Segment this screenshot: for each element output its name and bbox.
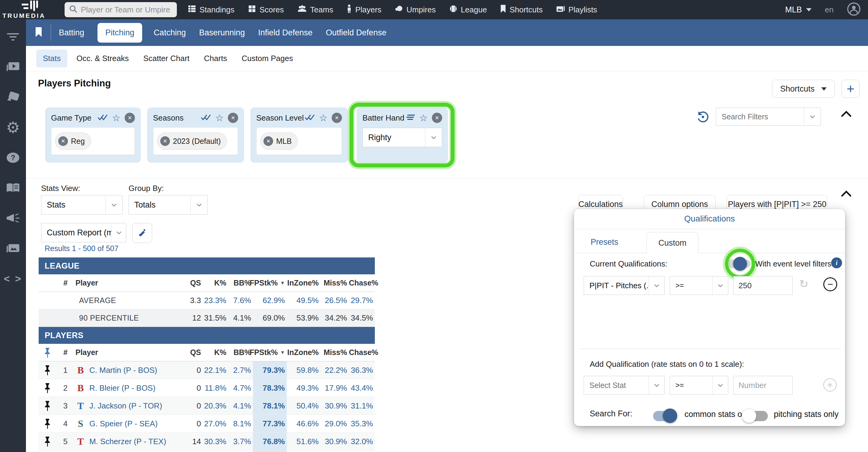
docs-book-icon[interactable] bbox=[0, 179, 26, 197]
remove-filter-icon[interactable]: ✕ bbox=[228, 113, 238, 123]
player-name-link[interactable]: J. Jackson (P - TOR) bbox=[89, 401, 162, 411]
rule-value-input[interactable] bbox=[734, 276, 793, 295]
add-operator-select[interactable]: >= bbox=[670, 376, 728, 395]
stat-value[interactable]: 23.3% bbox=[203, 296, 228, 305]
stat-value[interactable]: 32.0% bbox=[349, 437, 375, 446]
stat-value-sorted[interactable]: 77.3% bbox=[253, 415, 287, 432]
player-name-link[interactable]: R. Bleier (P - BOS) bbox=[89, 384, 155, 393]
rule-stat-select[interactable]: P|PIT - Pitches (... bbox=[584, 276, 664, 295]
add-stat-select[interactable]: Select Stat bbox=[584, 376, 664, 395]
nav-umpires[interactable]: Umpires bbox=[395, 4, 436, 15]
select-all-icon[interactable] bbox=[305, 114, 315, 122]
batter-hand-select[interactable]: Righty bbox=[363, 128, 442, 147]
col-miss[interactable]: Miss% bbox=[320, 348, 349, 357]
stat-value[interactable]: 46.6% bbox=[287, 419, 320, 428]
stat-value[interactable]: 4.1% bbox=[228, 401, 253, 411]
stat-value[interactable]: 4.7% bbox=[228, 384, 253, 393]
stat-value[interactable]: 50.4% bbox=[287, 401, 320, 411]
subtab-custom-pages[interactable]: Custom Pages bbox=[242, 54, 293, 63]
filter-funnel-icon[interactable] bbox=[0, 28, 26, 46]
options-lines-icon[interactable] bbox=[406, 114, 415, 122]
stat-value[interactable]: 2.7% bbox=[228, 366, 253, 375]
player-name-link[interactable]: M. Scherzer (P - TEX) bbox=[89, 437, 166, 446]
col-k[interactable]: K% bbox=[203, 279, 228, 287]
stat-value-sorted[interactable]: 76.8% bbox=[253, 433, 287, 450]
tab-outfield-defense[interactable]: Outfield Defense bbox=[326, 28, 386, 37]
settings-gear-icon[interactable]: ⚙ bbox=[0, 118, 26, 137]
stat-value[interactable]: 35.3% bbox=[349, 419, 375, 428]
tab-custom[interactable]: Custom bbox=[647, 232, 699, 254]
help-icon[interactable]: ? bbox=[0, 149, 26, 167]
code-icon[interactable]: < > bbox=[0, 270, 26, 288]
stat-value-sorted[interactable]: 78.3% bbox=[253, 379, 287, 397]
filter-history-icon[interactable] bbox=[696, 111, 709, 124]
remove-chip-icon[interactable]: ✕ bbox=[58, 136, 68, 146]
stat-value[interactable]: 26.5% bbox=[320, 296, 349, 305]
favorite-star-icon[interactable]: ☆ bbox=[112, 113, 120, 123]
pin-icon[interactable] bbox=[39, 383, 56, 393]
stat-value[interactable]: 20.3% bbox=[203, 401, 228, 411]
stat-value-sorted[interactable]: 78.1% bbox=[253, 397, 287, 415]
custom-report-select[interactable]: Custom Report (me) bbox=[41, 223, 126, 242]
col-player[interactable]: Player bbox=[71, 279, 178, 287]
stat-value[interactable]: 27.0% bbox=[203, 419, 228, 428]
remove-rule-icon[interactable]: − bbox=[823, 277, 837, 291]
add-rule-icon[interactable]: + bbox=[823, 378, 837, 392]
stat-value[interactable]: 22.2% bbox=[320, 366, 349, 375]
stat-value[interactable]: 31.1% bbox=[349, 401, 375, 411]
stat-value[interactable]: 59.8% bbox=[287, 366, 320, 375]
remove-chip-icon[interactable]: ✕ bbox=[264, 136, 273, 146]
col-qs[interactable]: QS bbox=[178, 348, 203, 357]
remove-filter-icon[interactable]: ✕ bbox=[432, 113, 442, 123]
col-inzone[interactable]: InZone% bbox=[287, 279, 320, 287]
col-bb[interactable]: BB% bbox=[228, 279, 253, 287]
device-icon[interactable] bbox=[0, 88, 26, 106]
stat-value[interactable]: 62.9% bbox=[253, 296, 287, 305]
favorite-star-icon[interactable]: ☆ bbox=[319, 113, 328, 123]
tab-batting[interactable]: Batting bbox=[59, 28, 84, 37]
tab-presets[interactable]: Presets bbox=[591, 237, 618, 247]
tab-baserunning[interactable]: Baserunning bbox=[199, 28, 245, 37]
col-bb[interactable]: BB% bbox=[228, 348, 253, 357]
col-inzone[interactable]: InZone% bbox=[287, 348, 320, 357]
stat-value[interactable]: 49.3% bbox=[287, 384, 320, 393]
filter-chip[interactable]: ✕ Reg bbox=[55, 132, 91, 150]
global-search[interactable] bbox=[65, 2, 177, 17]
tab-pitching[interactable]: Pitching bbox=[97, 23, 142, 43]
shortcuts-dropdown-button[interactable]: Shortcuts bbox=[772, 80, 835, 98]
filter-values-box[interactable]: ✕ MLB bbox=[256, 127, 342, 155]
stat-value[interactable]: 30.9% bbox=[320, 401, 349, 411]
search-input[interactable] bbox=[81, 5, 173, 15]
col-rank[interactable]: # bbox=[56, 348, 71, 357]
trumedia-logo[interactable]: TRUMEDIA bbox=[2, 0, 59, 19]
pin-icon[interactable] bbox=[39, 418, 56, 429]
tab-catching[interactable]: Catching bbox=[154, 28, 186, 37]
pin-icon[interactable] bbox=[39, 365, 56, 375]
results-summary[interactable]: Results 1 - 500 of 507 bbox=[45, 244, 119, 253]
col-fpstk-sorted[interactable]: FPStk% ▼ bbox=[253, 279, 287, 287]
league-selector[interactable]: MLB bbox=[785, 5, 812, 15]
col-fpstk-sorted[interactable]: FPStk% ▼ bbox=[253, 348, 287, 357]
subtab-charts[interactable]: Charts bbox=[204, 54, 227, 63]
remove-chip-icon[interactable]: ✕ bbox=[160, 136, 170, 146]
player-name-link[interactable]: G. Speier (P - SEA) bbox=[89, 419, 158, 428]
subtab-stats[interactable]: Stats bbox=[36, 50, 67, 67]
col-miss[interactable]: Miss% bbox=[320, 279, 349, 287]
nav-playlists[interactable]: Playlists bbox=[556, 4, 597, 15]
stat-value[interactable]: 29.0% bbox=[320, 419, 349, 428]
nav-league[interactable]: League bbox=[449, 4, 487, 15]
remove-filter-icon[interactable]: ✕ bbox=[332, 113, 342, 123]
tab-infield-defense[interactable]: Infield Defense bbox=[258, 28, 312, 37]
stat-value[interactable]: 49.5% bbox=[287, 296, 320, 305]
player-name-link[interactable]: C. Martin (P - BOS) bbox=[89, 366, 157, 375]
stat-value[interactable]: 51.6% bbox=[287, 437, 320, 446]
stat-value-sorted[interactable]: 79.3% bbox=[253, 361, 287, 379]
select-all-icon[interactable] bbox=[97, 114, 108, 122]
edit-report-button[interactable] bbox=[132, 223, 152, 243]
favorite-star-icon[interactable]: ☆ bbox=[419, 113, 428, 123]
nav-standings[interactable]: Standings bbox=[188, 4, 235, 15]
col-k[interactable]: K% bbox=[203, 348, 228, 357]
images-icon[interactable] bbox=[0, 239, 26, 257]
nav-players[interactable]: Players bbox=[346, 4, 381, 16]
filter-values-box[interactable]: ✕ Reg bbox=[51, 127, 135, 155]
